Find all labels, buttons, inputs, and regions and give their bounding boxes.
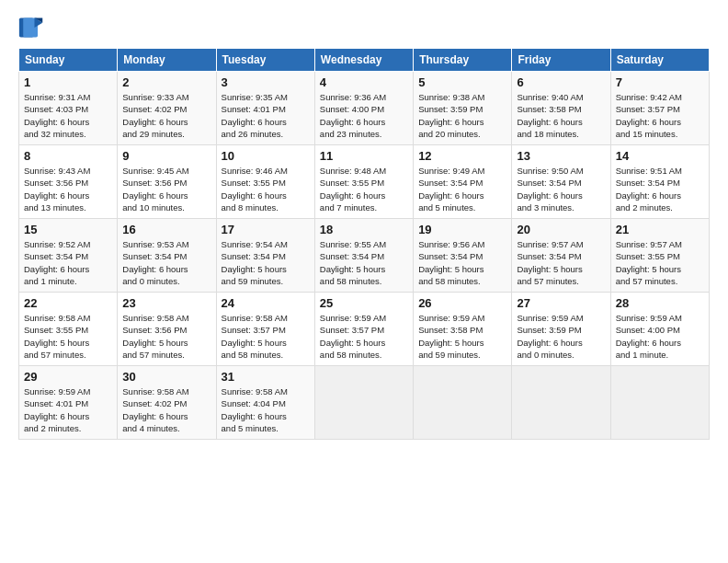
calendar-cell: 6Sunrise: 9:40 AM Sunset: 3:58 PM Daylig… <box>512 72 610 145</box>
day-info: Sunrise: 9:45 AM Sunset: 3:56 PM Dayligh… <box>122 165 210 213</box>
calendar-cell: 12Sunrise: 9:49 AM Sunset: 3:54 PM Dayli… <box>414 145 512 219</box>
day-number: 13 <box>517 149 605 163</box>
weekday-monday: Monday <box>118 49 216 72</box>
calendar-cell: 16Sunrise: 9:53 AM Sunset: 3:54 PM Dayli… <box>118 219 216 293</box>
calendar-cell <box>414 366 512 440</box>
day-info: Sunrise: 9:59 AM Sunset: 3:58 PM Dayligh… <box>418 312 506 361</box>
page: SundayMondayTuesdayWednesdayThursdayFrid… <box>0 0 728 563</box>
calendar-cell: 23Sunrise: 9:58 AM Sunset: 3:56 PM Dayli… <box>118 293 216 366</box>
calendar-cell: 21Sunrise: 9:57 AM Sunset: 3:55 PM Dayli… <box>610 219 709 293</box>
day-info: Sunrise: 9:59 AM Sunset: 3:59 PM Dayligh… <box>517 312 605 361</box>
day-number: 3 <box>222 75 310 89</box>
day-number: 11 <box>320 149 408 163</box>
calendar-cell <box>610 366 709 440</box>
day-number: 1 <box>24 75 112 89</box>
calendar-cell: 11Sunrise: 9:48 AM Sunset: 3:55 PM Dayli… <box>314 145 413 219</box>
day-number: 8 <box>24 149 112 163</box>
day-number: 26 <box>418 296 506 310</box>
day-info: Sunrise: 9:49 AM Sunset: 3:54 PM Dayligh… <box>418 165 506 213</box>
day-number: 25 <box>320 296 408 310</box>
day-info: Sunrise: 9:43 AM Sunset: 3:56 PM Dayligh… <box>24 165 112 213</box>
day-info: Sunrise: 9:33 AM Sunset: 4:02 PM Dayligh… <box>122 91 210 140</box>
day-number: 27 <box>517 296 605 310</box>
day-number: 15 <box>24 223 112 236</box>
day-info: Sunrise: 9:40 AM Sunset: 3:58 PM Dayligh… <box>517 91 605 140</box>
day-number: 20 <box>517 223 605 236</box>
week-row: 8Sunrise: 9:43 AM Sunset: 3:56 PM Daylig… <box>19 145 710 219</box>
calendar-cell: 25Sunrise: 9:59 AM Sunset: 3:57 PM Dayli… <box>314 293 413 366</box>
calendar-cell: 22Sunrise: 9:58 AM Sunset: 3:55 PM Dayli… <box>19 293 118 366</box>
week-row: 29Sunrise: 9:59 AM Sunset: 4:01 PM Dayli… <box>19 366 710 440</box>
day-info: Sunrise: 9:56 AM Sunset: 3:54 PM Dayligh… <box>418 238 506 287</box>
day-info: Sunrise: 9:58 AM Sunset: 4:04 PM Dayligh… <box>222 385 310 434</box>
calendar-cell: 10Sunrise: 9:46 AM Sunset: 3:55 PM Dayli… <box>216 145 314 219</box>
day-info: Sunrise: 9:57 AM Sunset: 3:55 PM Dayligh… <box>616 238 704 287</box>
logo-icon <box>18 15 44 40</box>
calendar-cell: 30Sunrise: 9:58 AM Sunset: 4:02 PM Dayli… <box>118 366 216 440</box>
weekday-sunday: Sunday <box>19 49 118 72</box>
day-number: 4 <box>320 75 408 89</box>
day-number: 7 <box>616 75 704 89</box>
day-info: Sunrise: 9:58 AM Sunset: 3:57 PM Dayligh… <box>222 312 310 361</box>
calendar: SundayMondayTuesdayWednesdayThursdayFrid… <box>18 48 710 440</box>
day-number: 22 <box>24 296 112 310</box>
week-row: 15Sunrise: 9:52 AM Sunset: 3:54 PM Dayli… <box>19 219 710 293</box>
logo <box>18 15 48 40</box>
day-info: Sunrise: 9:59 AM Sunset: 3:57 PM Dayligh… <box>320 312 408 361</box>
day-number: 14 <box>616 149 704 163</box>
day-info: Sunrise: 9:59 AM Sunset: 4:01 PM Dayligh… <box>24 385 112 434</box>
day-info: Sunrise: 9:57 AM Sunset: 3:54 PM Dayligh… <box>517 238 605 287</box>
day-info: Sunrise: 9:42 AM Sunset: 3:57 PM Dayligh… <box>616 91 704 140</box>
day-info: Sunrise: 9:38 AM Sunset: 3:59 PM Dayligh… <box>418 91 506 140</box>
weekday-friday: Friday <box>512 49 610 72</box>
day-info: Sunrise: 9:53 AM Sunset: 3:54 PM Dayligh… <box>122 238 210 287</box>
day-info: Sunrise: 9:35 AM Sunset: 4:01 PM Dayligh… <box>222 91 310 140</box>
day-info: Sunrise: 9:51 AM Sunset: 3:54 PM Dayligh… <box>616 165 704 213</box>
calendar-cell: 15Sunrise: 9:52 AM Sunset: 3:54 PM Dayli… <box>19 219 118 293</box>
day-info: Sunrise: 9:48 AM Sunset: 3:55 PM Dayligh… <box>320 165 408 213</box>
weekday-tuesday: Tuesday <box>216 49 314 72</box>
day-info: Sunrise: 9:54 AM Sunset: 3:54 PM Dayligh… <box>222 238 310 287</box>
calendar-body: 1Sunrise: 9:31 AM Sunset: 4:03 PM Daylig… <box>19 72 710 440</box>
day-number: 10 <box>222 149 310 163</box>
calendar-cell: 27Sunrise: 9:59 AM Sunset: 3:59 PM Dayli… <box>512 293 610 366</box>
day-info: Sunrise: 9:46 AM Sunset: 3:55 PM Dayligh… <box>222 165 310 213</box>
day-info: Sunrise: 9:58 AM Sunset: 3:55 PM Dayligh… <box>24 312 112 361</box>
weekday-thursday: Thursday <box>414 49 512 72</box>
calendar-cell: 17Sunrise: 9:54 AM Sunset: 3:54 PM Dayli… <box>216 219 314 293</box>
day-info: Sunrise: 9:55 AM Sunset: 3:54 PM Dayligh… <box>320 238 408 287</box>
day-number: 18 <box>320 223 408 236</box>
day-info: Sunrise: 9:50 AM Sunset: 3:54 PM Dayligh… <box>517 165 605 213</box>
day-number: 9 <box>122 149 210 163</box>
day-number: 23 <box>122 296 210 310</box>
calendar-cell: 3Sunrise: 9:35 AM Sunset: 4:01 PM Daylig… <box>216 72 314 145</box>
day-number: 16 <box>122 223 210 236</box>
day-number: 5 <box>418 75 506 89</box>
calendar-cell <box>314 366 413 440</box>
calendar-cell: 2Sunrise: 9:33 AM Sunset: 4:02 PM Daylig… <box>118 72 216 145</box>
week-row: 22Sunrise: 9:58 AM Sunset: 3:55 PM Dayli… <box>19 293 710 366</box>
header <box>18 15 710 40</box>
calendar-cell: 13Sunrise: 9:50 AM Sunset: 3:54 PM Dayli… <box>512 145 610 219</box>
calendar-cell: 28Sunrise: 9:59 AM Sunset: 4:00 PM Dayli… <box>610 293 709 366</box>
day-info: Sunrise: 9:58 AM Sunset: 4:02 PM Dayligh… <box>122 385 210 434</box>
day-number: 17 <box>222 223 310 236</box>
day-number: 12 <box>418 149 506 163</box>
calendar-cell: 29Sunrise: 9:59 AM Sunset: 4:01 PM Dayli… <box>19 366 118 440</box>
calendar-header: SundayMondayTuesdayWednesdayThursdayFrid… <box>19 49 710 72</box>
calendar-cell: 9Sunrise: 9:45 AM Sunset: 3:56 PM Daylig… <box>118 145 216 219</box>
calendar-cell: 31Sunrise: 9:58 AM Sunset: 4:04 PM Dayli… <box>216 366 314 440</box>
day-number: 24 <box>222 296 310 310</box>
day-number: 19 <box>418 223 506 236</box>
calendar-cell: 5Sunrise: 9:38 AM Sunset: 3:59 PM Daylig… <box>414 72 512 145</box>
weekday-wednesday: Wednesday <box>314 49 413 72</box>
day-info: Sunrise: 9:36 AM Sunset: 4:00 PM Dayligh… <box>320 91 408 140</box>
day-info: Sunrise: 9:52 AM Sunset: 3:54 PM Dayligh… <box>24 238 112 287</box>
day-info: Sunrise: 9:31 AM Sunset: 4:03 PM Dayligh… <box>24 91 112 140</box>
day-number: 28 <box>616 296 704 310</box>
day-number: 2 <box>122 75 210 89</box>
day-number: 6 <box>517 75 605 89</box>
calendar-cell: 14Sunrise: 9:51 AM Sunset: 3:54 PM Dayli… <box>610 145 709 219</box>
calendar-cell: 8Sunrise: 9:43 AM Sunset: 3:56 PM Daylig… <box>19 145 118 219</box>
week-row: 1Sunrise: 9:31 AM Sunset: 4:03 PM Daylig… <box>19 72 710 145</box>
